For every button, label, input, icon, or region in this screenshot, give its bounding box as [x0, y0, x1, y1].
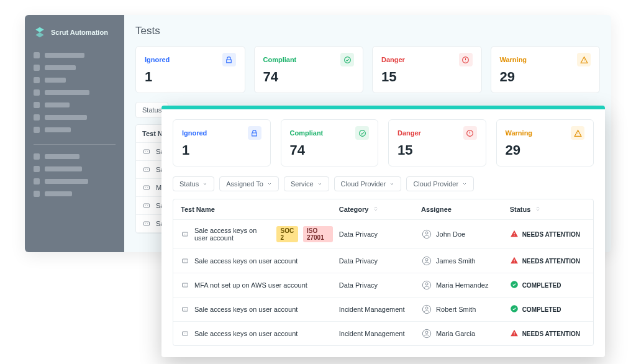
sidebar-item[interactable] [34, 127, 116, 133]
stat-card-warning[interactable]: Warning 29 [496, 119, 594, 166]
cell-assignee: Maria Hernandez [421, 280, 504, 291]
stat-label: Warning [500, 56, 527, 63]
svg-rect-19 [183, 232, 188, 236]
svg-point-3 [145, 152, 146, 152]
stat-card-danger[interactable]: Danger 15 [372, 46, 482, 93]
col-test-name: Test Name [181, 206, 333, 213]
sidebar-item[interactable] [34, 52, 116, 58]
cell-assignee: James Smith [421, 255, 504, 266]
svg-rect-11 [144, 204, 150, 207]
sidebar-item[interactable] [34, 178, 116, 184]
svg-point-10 [147, 188, 148, 188]
sidebar-item[interactable] [34, 65, 116, 71]
key-icon [181, 330, 189, 337]
table-header: Test Name Category Assignee Status [173, 199, 593, 220]
lock-icon [222, 53, 236, 66]
sidebar-nav-group-2 [34, 153, 116, 197]
chevron-down-icon [317, 181, 322, 186]
stat-label: Ignored [145, 56, 170, 63]
status-text: NEEDS ATTENTION [522, 330, 580, 337]
brand-logo: Scrut Automation [34, 26, 116, 39]
chevron-down-icon [267, 181, 272, 186]
cell-category: Incident Management [339, 306, 415, 313]
stat-label: Warning [506, 129, 533, 137]
test-name-text: Sale access keys on user account [194, 330, 298, 337]
stat-card-warning[interactable]: Warning 29 [491, 46, 601, 93]
check-circle-icon [510, 304, 519, 314]
filter-assigned-to[interactable]: Assigned To [219, 176, 279, 191]
stat-card-ignored[interactable]: Ignored 1 [173, 119, 271, 166]
chevron-down-icon [202, 181, 207, 186]
chevron-down-icon [389, 181, 394, 186]
check-circle-icon [340, 53, 354, 66]
svg-rect-2 [144, 150, 150, 153]
svg-point-13 [147, 206, 148, 206]
cell-test-name: Sale access keys on user account [181, 330, 333, 337]
svg-point-23 [425, 232, 428, 234]
stat-value: 74 [290, 142, 370, 158]
table-row[interactable]: MFA not set up on AWS user accountData P… [173, 273, 593, 298]
sidebar: Scrut Automation [25, 15, 124, 252]
svg-point-6 [145, 170, 146, 170]
cell-assignee: Maria Garcia [421, 328, 504, 339]
assignee-name: Maria Garcia [436, 330, 475, 337]
svg-point-16 [147, 224, 148, 224]
warning-triangle-icon [571, 126, 584, 140]
stat-value: 1 [182, 142, 261, 158]
filter-label: Service [291, 180, 314, 188]
user-avatar-icon [421, 328, 432, 339]
warning-triangle-icon [510, 256, 519, 266]
svg-point-30 [514, 262, 514, 262]
cell-category: Incident Management [339, 330, 415, 337]
col-status[interactable]: Status [510, 206, 586, 213]
svg-rect-5 [144, 168, 150, 171]
user-avatar-icon [421, 304, 432, 315]
svg-point-29 [425, 258, 428, 261]
lock-icon [248, 126, 261, 140]
stat-value: 15 [398, 142, 477, 158]
sidebar-item[interactable] [34, 102, 116, 108]
stat-card-compliant[interactable]: Compliant 74 [254, 46, 364, 93]
page-title: Tests [135, 25, 600, 37]
stat-card-ignored[interactable]: Ignored 1 [135, 46, 245, 93]
key-icon [142, 166, 151, 173]
svg-point-33 [186, 285, 186, 286]
compliance-tag: ISO 27001 [303, 226, 333, 242]
svg-rect-31 [183, 283, 188, 287]
key-icon [142, 184, 151, 191]
key-icon [181, 306, 189, 313]
cell-assignee: Robert Smith [421, 304, 504, 315]
table-row[interactable]: Sale access keys on user accountData Pri… [173, 249, 593, 273]
svg-rect-14 [144, 222, 150, 225]
stat-card-danger[interactable]: Danger 15 [388, 119, 486, 166]
tests-detail-panel: Ignored 1 Compliant 74 Danger [161, 106, 605, 357]
svg-point-39 [186, 309, 186, 310]
check-circle-icon [355, 126, 369, 140]
table-row[interactable]: Sale access keys on user accountSOC 2ISO… [173, 220, 593, 249]
assignee-name: Robert Smith [436, 306, 476, 313]
sidebar-nav-group-1 [34, 52, 116, 133]
sidebar-item[interactable] [34, 77, 116, 83]
cell-status: NEEDS ATTENTION [510, 256, 586, 266]
filter-cloud-provider[interactable]: Cloud Provider [334, 176, 402, 191]
svg-point-12 [145, 206, 146, 206]
svg-point-44 [184, 334, 184, 334]
filter-service[interactable]: Service [284, 176, 329, 191]
sidebar-item[interactable] [34, 191, 116, 197]
key-icon [181, 257, 189, 265]
table-row[interactable]: Sale access keys on user accountIncident… [173, 322, 593, 345]
stat-card-compliant[interactable]: Compliant 74 [281, 119, 379, 166]
sidebar-item[interactable] [34, 166, 116, 172]
stat-value: 74 [263, 69, 355, 85]
key-icon [181, 230, 189, 238]
brand-mark-icon [34, 26, 46, 39]
col-category[interactable]: Category [339, 206, 415, 213]
key-icon [181, 281, 189, 289]
sidebar-item[interactable] [34, 89, 116, 96]
sidebar-item[interactable] [34, 153, 116, 160]
filter-status[interactable]: Status [173, 176, 214, 191]
table-row[interactable]: Sale access keys on user accountIncident… [173, 298, 593, 322]
stat-value: 15 [381, 69, 473, 85]
sidebar-item[interactable] [34, 114, 116, 121]
filter-cloud-provider[interactable]: Cloud Provider [406, 176, 474, 191]
